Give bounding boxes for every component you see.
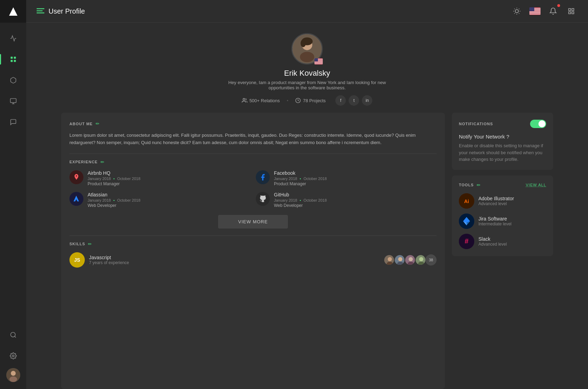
experience-grid: Airbnb HQ January 2018 • October 2018 Pr… <box>69 170 437 208</box>
user-avatar-sidebar[interactable] <box>6 368 20 382</box>
github-logo <box>256 192 270 206</box>
header: User Profile <box>26 0 588 23</box>
jira-logo <box>459 214 474 229</box>
svg-text:Ai: Ai <box>464 199 469 204</box>
view-all-link[interactable]: VIEW ALL <box>526 183 546 187</box>
header-left: User Profile <box>37 7 85 15</box>
toggle-knob <box>538 120 545 127</box>
profile-section: Erik Kovalsky Hey everyone, Iam a produc… <box>26 23 588 113</box>
svg-rect-2 <box>14 57 16 59</box>
relations-stat: 500+ Relations <box>242 98 280 103</box>
svg-point-60 <box>409 257 413 261</box>
exp-item-atlassian: Atlassian January 2018 • October 2018 We… <box>69 192 250 208</box>
bell-icon[interactable] <box>547 5 559 17</box>
sidebar-item-activity[interactable] <box>0 30 26 47</box>
skill-avatar-2 <box>394 254 405 265</box>
tools-edit-icon[interactable]: ✏ <box>477 182 481 188</box>
svg-rect-35 <box>572 9 574 11</box>
svg-rect-5 <box>10 99 16 103</box>
tool-slack: # Slack Advanced level <box>459 234 546 249</box>
svg-point-8 <box>10 332 15 337</box>
svg-text:#: # <box>464 237 468 245</box>
about-section-title: ABOUT ME <box>69 122 93 126</box>
sidebar-bottom <box>0 326 26 389</box>
sidebar <box>0 0 26 389</box>
projects-stat: 78 Projects <box>295 98 326 103</box>
skills-section-title: SKILLS <box>69 242 85 246</box>
sidebar-item-messages[interactable] <box>0 113 26 131</box>
experience-section-title: EXPERIENCE <box>69 160 98 164</box>
notify-desc: Enable or disable this setting to manage… <box>459 142 546 163</box>
menu-icon[interactable] <box>37 7 44 15</box>
linkedin-link[interactable]: in <box>362 95 372 106</box>
sidebar-item-components[interactable] <box>0 92 26 110</box>
svg-rect-33 <box>529 7 534 11</box>
left-panel: ABOUT ME ✏ Lorem ipsum dolor sit amet, c… <box>61 113 445 389</box>
skills-edit-icon[interactable]: ✏ <box>88 241 92 247</box>
exp-item-facebook: Facebook January 2018 • October 2018 Pro… <box>256 170 437 186</box>
about-edit-icon[interactable]: ✏ <box>96 121 99 126</box>
svg-rect-31 <box>529 13 541 13</box>
tools-card: TOOLS ✏ VIEW ALL Ai Adobe Illustrator <box>452 175 553 256</box>
svg-point-63 <box>419 257 423 261</box>
flag-icon[interactable] <box>529 5 541 17</box>
profile-avatar-container <box>291 33 323 65</box>
svg-point-42 <box>300 39 306 47</box>
airbnb-info: Airbnb HQ January 2018 • October 2018 Pr… <box>88 170 250 186</box>
ai-info: Adobe Illustrator Advanced level <box>478 196 514 206</box>
relations-count: 500+ Relations <box>250 98 280 103</box>
experience-section-header: EXPERIENCE ✏ <box>69 159 437 165</box>
content-grid: ABOUT ME ✏ Lorem ipsum dolor sit amet, c… <box>26 113 588 389</box>
twitter-link[interactable]: t <box>349 95 359 106</box>
svg-rect-50 <box>314 58 318 61</box>
right-panel: NOTIFICATIONS Notify Your Network ? Enab… <box>452 113 553 389</box>
atlassian-info: Atlassian January 2018 • October 2018 We… <box>88 192 250 208</box>
svg-line-9 <box>14 336 16 338</box>
svg-point-10 <box>12 355 14 357</box>
svg-point-13 <box>9 376 17 382</box>
svg-rect-36 <box>569 12 571 14</box>
sidebar-item-settings[interactable] <box>0 347 26 365</box>
sidebar-item-3d[interactable] <box>0 72 26 89</box>
svg-rect-30 <box>529 12 541 12</box>
svg-point-12 <box>11 371 16 376</box>
jira-info: Jira Software Intermediate level <box>478 216 512 226</box>
profile-stats: 500+ Relations • 78 Projects f t in <box>242 95 373 106</box>
svg-rect-32 <box>529 14 541 15</box>
js-badge: JS <box>69 252 85 268</box>
notifications-section-title: NOTIFICATIONS <box>459 122 493 126</box>
skill-javascript: JS Javascript 7 years of experience <box>69 252 437 268</box>
svg-rect-48 <box>314 63 323 63</box>
exp-item-github: GitHub January 2018 • October 2018 Web D… <box>256 192 437 208</box>
svg-rect-47 <box>314 62 323 62</box>
svg-point-54 <box>388 257 392 261</box>
tools-card-header: TOOLS ✏ VIEW ALL <box>459 182 546 188</box>
skill-avatar-1 <box>384 254 395 265</box>
profile-name: Erik Kovalsky <box>284 69 330 78</box>
svg-rect-37 <box>572 12 574 14</box>
skill-count: 38 <box>425 254 437 265</box>
skill-avatar-3 <box>404 254 416 265</box>
skills-section-header: SKILLS ✏ <box>69 241 437 247</box>
notifications-toggle[interactable] <box>530 120 546 128</box>
main-content: User Profile <box>26 0 588 389</box>
experience-edit-icon[interactable]: ✏ <box>101 159 104 165</box>
sidebar-item-dashboard[interactable] <box>0 51 26 68</box>
skill-avatar-4 <box>415 254 426 265</box>
app-logo[interactable] <box>0 0 26 23</box>
grid-icon[interactable] <box>565 5 578 17</box>
tools-section-title: TOOLS <box>459 183 474 187</box>
js-info: Javascript 7 years of experience <box>89 255 379 265</box>
facebook-link[interactable]: f <box>335 95 346 106</box>
about-section-header: ABOUT ME ✏ <box>69 121 437 126</box>
tool-jira: Jira Software Intermediate level <box>459 214 546 229</box>
projects-count: 78 Projects <box>303 98 326 103</box>
view-more-button[interactable]: VIEW MORE <box>218 215 288 229</box>
github-info: GitHub January 2018 • October 2018 Web D… <box>274 192 437 208</box>
sidebar-item-search[interactable] <box>0 326 26 344</box>
svg-line-21 <box>519 13 519 14</box>
page-title: User Profile <box>49 7 85 15</box>
svg-rect-49 <box>314 63 323 64</box>
sun-icon[interactable] <box>511 5 523 17</box>
svg-line-25 <box>519 9 519 9</box>
